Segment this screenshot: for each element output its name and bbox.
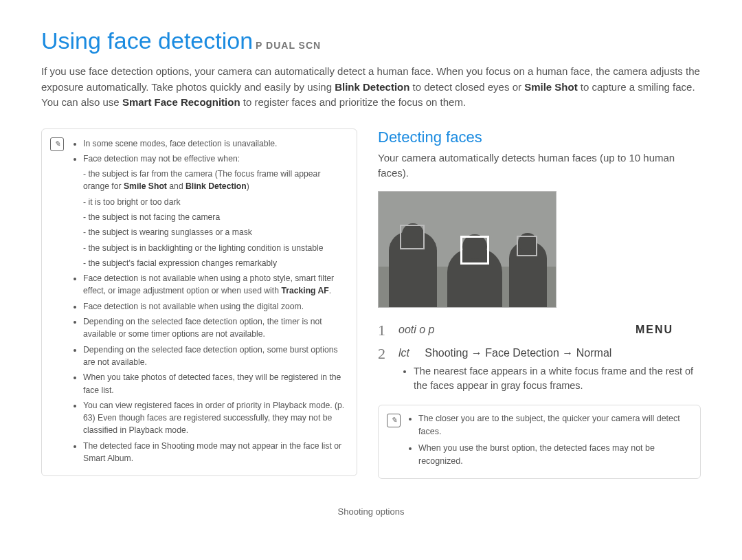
step2-body: Shooting → Face Detection → Normal xyxy=(425,347,611,359)
note-subitem: it is too bright or too dark xyxy=(83,196,347,208)
note-item: Face detection is not available when usi… xyxy=(83,300,347,313)
face-detection-preview xyxy=(378,191,556,308)
step-number: 1 xyxy=(378,322,389,339)
note-item: Depending on the selected face detection… xyxy=(83,344,347,369)
intro-p4: to register faces and prioritize the foc… xyxy=(240,96,466,108)
note-subitem: the subject is not facing the camera xyxy=(83,211,347,223)
section-desc: Your camera automatically detects human … xyxy=(378,150,701,181)
tip-item: When you use the burst option, the detec… xyxy=(418,442,690,469)
note-item: In some scene modes, face detection is u… xyxy=(83,137,347,150)
note-icon: ✎ xyxy=(387,414,401,427)
mode-icons: P DUAL SCN xyxy=(256,40,321,51)
notes-box-left: ✎ In some scene modes, face detection is… xyxy=(41,128,357,477)
tip-item: The closer you are to the subject, the q… xyxy=(418,412,690,439)
step1-text: ooti o p xyxy=(398,324,434,335)
menu-button-label: MENU xyxy=(636,322,673,338)
note-item: Face detection may not be effective when… xyxy=(83,153,347,165)
title-row: Using face detection P DUAL SCN xyxy=(41,27,701,54)
intro-paragraph: If you use face detection options, your … xyxy=(41,64,701,111)
page-title: Using face detection xyxy=(41,27,253,54)
note-subitem: the subject is far from the camera (The … xyxy=(83,168,347,193)
note-icon: ✎ xyxy=(50,137,64,151)
note-item: Face detection is not available when usi… xyxy=(83,272,347,298)
intro-b2: Smile Shot xyxy=(524,81,578,93)
note-subitem: the subject is wearing sunglasses or a m… xyxy=(83,226,347,238)
note-subitem: the subject's facial expression changes … xyxy=(83,257,347,269)
focus-frame-white-main xyxy=(460,236,489,265)
page-footer: Shooting options xyxy=(41,506,701,517)
note-item: The detected face in Shooting mode may n… xyxy=(83,440,347,465)
intro-b1: Blink Detection xyxy=(335,81,409,93)
focus-frame-gray-left xyxy=(400,225,425,249)
tips-box: ✎ The closer you are to the subject, the… xyxy=(378,405,701,479)
step-number: 2 xyxy=(378,345,389,363)
note-item: You can view registered faces in order o… xyxy=(83,399,347,437)
note-subitem: the subject is in backlighting or the li… xyxy=(83,242,347,254)
intro-p2: to detect closed eyes or xyxy=(409,81,524,93)
steps-list: 1 ooti o p MENU 2 lct Shooting → Face De… xyxy=(378,322,701,394)
step2-sub: The nearest face appears in a white focu… xyxy=(414,364,701,394)
focus-frame-gray-right xyxy=(517,236,537,256)
note-item: Depending on the selected face detection… xyxy=(83,315,347,341)
note-item: When you take photos of detected faces, … xyxy=(83,371,347,396)
section-title: Detecting faces xyxy=(378,128,701,146)
intro-b3: Smart Face Recognition xyxy=(122,96,240,108)
step2-prefix: lct xyxy=(398,347,409,359)
